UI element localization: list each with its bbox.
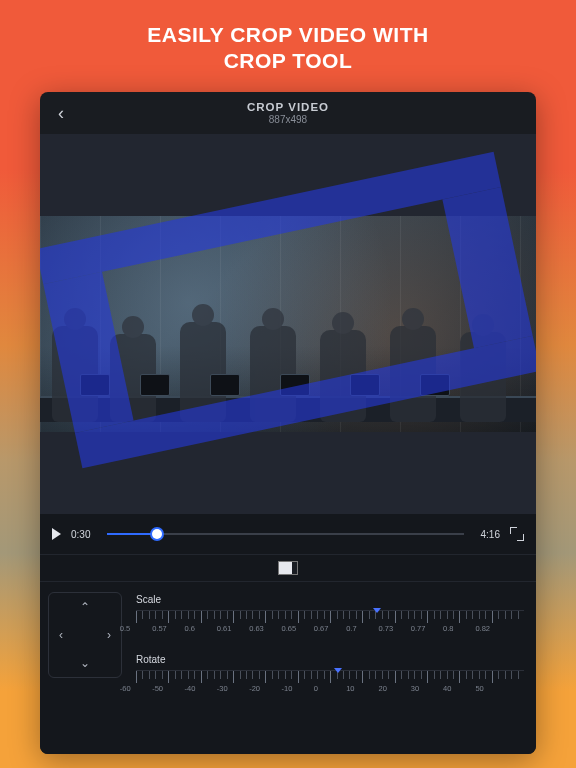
nudge-right-button[interactable]: › bbox=[97, 621, 121, 649]
scale-slider[interactable]: 0.50.570.60.610.630.650.670.70.730.770.8… bbox=[136, 610, 524, 640]
screen-title: CROP VIDEO bbox=[40, 101, 536, 113]
chevron-right-icon: › bbox=[107, 628, 111, 642]
chevron-left-icon: ‹ bbox=[59, 628, 63, 642]
aspect-preset-button[interactable] bbox=[278, 561, 298, 575]
rotate-slider-block: Rotate -60-50-40-30-20-1001020304050 bbox=[136, 654, 524, 700]
app-screen: ‹ CROP VIDEO 887x498 bbox=[40, 92, 536, 754]
hero-line-2: CROP TOOL bbox=[40, 48, 536, 74]
transform-controls: ⌃ ‹ › ⌄ Scale 0.50.570.60.610.630.650.67… bbox=[40, 582, 536, 706]
current-time: 0:30 bbox=[71, 529, 97, 540]
video-canvas[interactable] bbox=[40, 134, 536, 514]
rotate-slider[interactable]: -60-50-40-30-20-1001020304050 bbox=[136, 670, 524, 700]
rotate-marker-icon bbox=[334, 668, 342, 673]
chevron-down-icon: ⌄ bbox=[80, 656, 90, 670]
hero-line-1: EASILY CROP VIDEO WITH bbox=[40, 22, 536, 48]
play-button[interactable] bbox=[52, 528, 61, 540]
hero-title: EASILY CROP VIDEO WITH CROP TOOL bbox=[0, 0, 576, 93]
video-frame bbox=[40, 216, 536, 432]
nudge-left-button[interactable]: ‹ bbox=[49, 621, 73, 649]
playback-bar: 0:30 4:16 bbox=[40, 514, 536, 554]
scale-slider-block: Scale 0.50.570.60.610.630.650.670.70.730… bbox=[136, 594, 524, 640]
top-bar-title-block: CROP VIDEO 887x498 bbox=[40, 101, 536, 125]
crop-dimensions: 887x498 bbox=[40, 114, 536, 125]
top-bar: ‹ CROP VIDEO 887x498 bbox=[40, 92, 536, 134]
nudge-down-button[interactable]: ⌄ bbox=[73, 649, 97, 677]
back-button[interactable]: ‹ bbox=[50, 99, 72, 128]
seek-track[interactable] bbox=[107, 524, 464, 544]
fullscreen-icon[interactable] bbox=[510, 527, 524, 541]
scale-marker-icon bbox=[373, 608, 381, 613]
chevron-up-icon: ⌃ bbox=[80, 600, 90, 614]
rotate-label: Rotate bbox=[136, 654, 524, 665]
aspect-thumb-row bbox=[40, 554, 536, 582]
total-time: 4:16 bbox=[474, 529, 500, 540]
nudge-up-button[interactable]: ⌃ bbox=[73, 593, 97, 621]
scale-label: Scale bbox=[136, 594, 524, 605]
nudge-dpad: ⌃ ‹ › ⌄ bbox=[48, 592, 122, 678]
